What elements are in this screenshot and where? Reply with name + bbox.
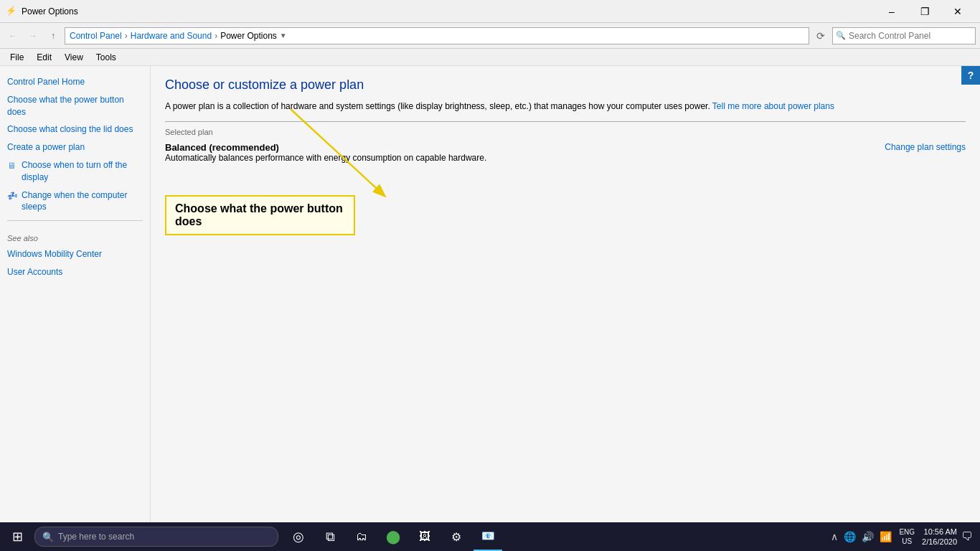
tray-up-arrow[interactable]: ∧ — [831, 531, 838, 542]
taskbar-app-search[interactable]: ◎ — [284, 522, 313, 551]
taskbar-search-placeholder: Type here to search — [58, 532, 134, 542]
sidebar-label-home: Control Panel Home — [7, 76, 85, 88]
taskbar-app-photos[interactable]: 🖼 — [410, 522, 439, 551]
taskbar-app-mail[interactable]: 📧 — [473, 522, 502, 551]
tray-icons: ∧ 🌐 🔊 📶 — [831, 531, 892, 542]
plan-name: Balanced (recommended) — [165, 142, 870, 153]
sidebar-item-power-button[interactable]: Choose what the power button does — [0, 91, 150, 121]
breadcrumb-control-panel[interactable]: Control Panel — [70, 31, 122, 41]
taskbar-app-settings[interactable]: ⚙ — [442, 522, 471, 551]
sidebar-divider — [7, 220, 143, 221]
change-plan-settings-link[interactable]: Change plan settings — [885, 142, 966, 152]
search-input[interactable] — [849, 31, 972, 41]
content-area: ? Choose or customize a power plan A pow… — [151, 66, 980, 522]
menu-file[interactable]: File — [4, 51, 29, 64]
breadcrumb-hardware-sound[interactable]: Hardware and Sound — [131, 31, 212, 41]
annotation-text: Choose what the power button does — [175, 202, 343, 227]
taskbar-search-bar[interactable]: 🔍 Type here to search — [34, 527, 278, 547]
start-button[interactable]: ⊞ — [3, 522, 32, 551]
forward-button[interactable]: → — [24, 27, 42, 44]
section-label: Selected plan — [165, 128, 966, 136]
breadcrumb-bar: Control Panel › Hardware and Sound › Pow… — [65, 27, 809, 44]
menu-tools[interactable]: Tools — [90, 51, 122, 64]
maximize-button[interactable]: ❐ — [908, 0, 941, 23]
tray-volume-icon[interactable]: 🔊 — [862, 531, 874, 542]
see-also-title: See also — [0, 225, 150, 245]
window-icon: ⚡ — [6, 6, 17, 17]
plan-item: Balanced (recommended) Automatically bal… — [165, 142, 966, 163]
monitor-icon: 🖥 — [7, 160, 19, 171]
back-button[interactable]: ← — [4, 27, 22, 44]
sidebar-label-lid: Choose what closing the lid does — [7, 123, 133, 136]
sidebar-label-mobility: Windows Mobility Center — [7, 248, 102, 260]
taskbar-app-task-view[interactable]: ⧉ — [316, 522, 344, 551]
menu-view[interactable]: View — [59, 51, 89, 64]
up-button[interactable]: ↑ — [44, 27, 62, 44]
tray-time-text: 10:56 AM — [922, 527, 957, 537]
sidebar-item-create-plan[interactable]: Create a power plan — [0, 138, 150, 156]
help-button[interactable]: ? — [961, 66, 980, 85]
window-controls: – ❐ ✕ — [875, 0, 974, 23]
sidebar-label-display: Choose when to turn off the display — [22, 159, 143, 184]
content-title: Choose or customize a power plan — [165, 77, 966, 93]
taskbar-search-icon: 🔍 — [42, 532, 54, 542]
taskbar-app-file-explorer[interactable]: 🗂 — [347, 522, 376, 551]
tray-date-text: 2/16/2020 — [922, 537, 957, 547]
title-bar: ⚡ Power Options – ❐ ✕ — [0, 0, 980, 23]
annotation-box: Choose what the power button does — [165, 195, 355, 235]
sidebar: Control Panel Home Choose what the power… — [0, 66, 151, 522]
sidebar-item-user-accounts[interactable]: User Accounts — [0, 263, 150, 281]
sidebar-label-user-accounts: User Accounts — [7, 266, 62, 278]
window-title: Power Options — [22, 6, 875, 17]
menu-bar: File Edit View Tools — [0, 49, 980, 66]
sidebar-label-create-plan: Create a power plan — [7, 141, 85, 154]
tray-wifi-icon[interactable]: 📶 — [880, 531, 892, 542]
main-container: Control Panel Home Choose what the power… — [0, 66, 980, 522]
sidebar-label-sleep: Change when the computer sleeps — [22, 189, 143, 214]
close-button[interactable]: ✕ — [941, 0, 974, 23]
breadcrumb-current: Power Options — [220, 31, 277, 41]
sidebar-label-power-button: Choose what the power button does — [7, 94, 143, 118]
tray-network-icon[interactable]: 🌐 — [844, 531, 856, 542]
search-icon: 🔍 — [836, 31, 846, 40]
taskbar-tray: ∧ 🌐 🔊 📶 ENGUS 10:56 AM 2/16/2020 🗨 — [831, 527, 977, 547]
search-bar: 🔍 — [832, 27, 976, 44]
navigation-bar: ← → ↑ Control Panel › Hardware and Sound… — [0, 23, 980, 49]
plan-info: Balanced (recommended) Automatically bal… — [165, 142, 870, 163]
sidebar-item-sleep[interactable]: 💤 Change when the computer sleeps — [0, 187, 150, 217]
sidebar-item-control-panel-home[interactable]: Control Panel Home — [0, 73, 150, 91]
refresh-button[interactable]: ⟳ — [812, 27, 829, 44]
content-description: A power plan is a collection of hardware… — [165, 100, 966, 113]
learn-more-link[interactable]: Tell me more about power plans — [712, 101, 834, 111]
section-divider — [165, 121, 966, 122]
tray-language[interactable]: ENGUS — [896, 527, 918, 546]
sidebar-item-mobility-center[interactable]: Windows Mobility Center — [0, 245, 150, 263]
sidebar-item-display[interactable]: 🖥 Choose when to turn off the display — [0, 156, 150, 187]
menu-edit[interactable]: Edit — [31, 51, 57, 64]
sidebar-item-lid[interactable]: Choose what closing the lid does — [0, 121, 150, 138]
description-text: A power plan is a collection of hardware… — [165, 101, 710, 111]
taskbar: ⊞ 🔍 Type here to search ◎ ⧉ 🗂 ⬤ 🖼 ⚙ 📧 ∧ … — [0, 522, 980, 551]
tray-clock[interactable]: 10:56 AM 2/16/2020 — [922, 527, 957, 547]
taskbar-app-chrome[interactable]: ⬤ — [379, 522, 407, 551]
plan-description: Automatically balances performance with … — [165, 153, 870, 163]
sleep-icon: 💤 — [7, 190, 19, 202]
notification-icon[interactable]: 🗨 — [961, 530, 973, 543]
taskbar-apps: ◎ ⧉ 🗂 ⬤ 🖼 ⚙ 📧 — [284, 522, 502, 551]
minimize-button[interactable]: – — [875, 0, 908, 23]
